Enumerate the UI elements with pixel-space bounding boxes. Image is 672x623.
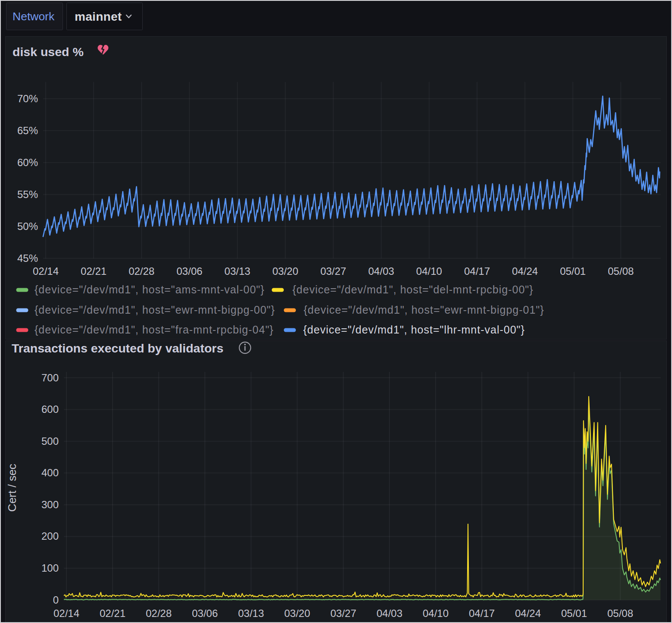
svg-text:05/01: 05/01 [561, 607, 587, 619]
svg-text:02/28: 02/28 [146, 607, 172, 619]
svg-text:02/28: 02/28 [129, 265, 154, 277]
svg-text:50%: 50% [17, 220, 38, 232]
svg-text:700: 700 [41, 372, 59, 384]
svg-text:05/01: 05/01 [560, 265, 586, 277]
svg-text:{device="/dev/md1", host="ewr-: {device="/dev/md1", host="ewr-mnt-bigpg-… [35, 304, 275, 316]
svg-text:Cert / sec: Cert / sec [6, 464, 19, 512]
svg-text:02/21: 02/21 [81, 265, 107, 277]
svg-text:60%: 60% [17, 157, 38, 168]
svg-text:65%: 65% [17, 125, 38, 136]
svg-text:Network: Network [13, 10, 55, 23]
svg-text:200: 200 [41, 530, 59, 542]
svg-text:05/08: 05/08 [607, 607, 633, 619]
svg-text:55%: 55% [17, 189, 38, 200]
svg-text:04/03: 04/03 [368, 265, 394, 277]
svg-text:400: 400 [41, 467, 59, 478]
svg-text:Transactions executed by valid: Transactions executed by validators [12, 341, 223, 355]
svg-text:70%: 70% [17, 93, 38, 104]
svg-text:03/06: 03/06 [176, 265, 202, 277]
svg-text:100: 100 [41, 562, 59, 574]
svg-text:disk used %: disk used % [13, 45, 84, 59]
svg-text:03/06: 03/06 [192, 607, 218, 619]
svg-text:{device="/dev/md1", host="fra-: {device="/dev/md1", host="fra-mnt-rpcbig… [35, 324, 273, 336]
svg-text:0: 0 [53, 594, 59, 606]
svg-text:300: 300 [41, 499, 59, 510]
svg-text:02/14: 02/14 [53, 607, 79, 619]
svg-text:04/17: 04/17 [469, 607, 495, 619]
svg-text:04/10: 04/10 [423, 607, 449, 619]
svg-text:500: 500 [41, 435, 59, 447]
svg-text:03/27: 03/27 [320, 265, 346, 277]
svg-text:02/14: 02/14 [33, 265, 59, 277]
svg-text:{device="/dev/md1", host="ams-: {device="/dev/md1", host="ams-mnt-val-00… [35, 283, 264, 296]
svg-text:04/24: 04/24 [512, 265, 538, 277]
svg-text:02/21: 02/21 [100, 607, 126, 619]
svg-text:03/13: 03/13 [238, 607, 264, 619]
svg-text:600: 600 [41, 403, 59, 415]
svg-text:{device="/dev/md1", host="lhr-: {device="/dev/md1", host="lhr-mnt-val-00… [303, 324, 525, 336]
svg-text:{device="/dev/md1", host="ewr-: {device="/dev/md1", host="ewr-mnt-bigpg-… [304, 304, 544, 316]
svg-text:05/08: 05/08 [608, 265, 634, 277]
svg-text:03/20: 03/20 [284, 607, 310, 619]
svg-text:04/17: 04/17 [464, 265, 490, 277]
svg-text:{device="/dev/md1", host="del-: {device="/dev/md1", host="del-mnt-rpcbig… [292, 283, 534, 296]
svg-text:03/27: 03/27 [330, 607, 356, 619]
svg-text:mainnet: mainnet [75, 10, 122, 23]
svg-text:45%: 45% [17, 252, 38, 264]
svg-text:03/20: 03/20 [272, 265, 298, 277]
svg-text:04/03: 04/03 [377, 607, 402, 619]
svg-text:04/10: 04/10 [416, 265, 442, 277]
svg-text:04/24: 04/24 [515, 607, 541, 619]
svg-text:03/13: 03/13 [224, 265, 250, 277]
